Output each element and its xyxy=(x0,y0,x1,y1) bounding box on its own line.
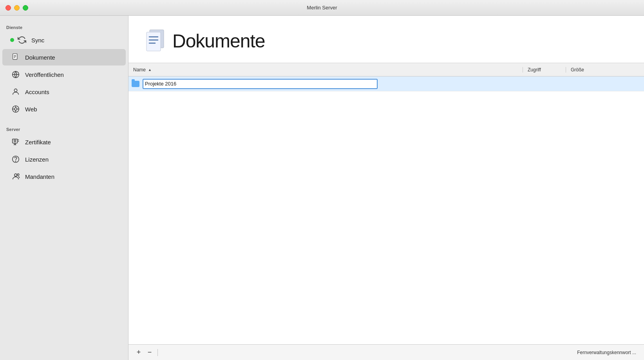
sidebar-item-accounts-label: Accounts xyxy=(25,89,49,95)
publish-icon xyxy=(10,69,21,80)
web-icon xyxy=(10,104,21,115)
sync-status-dot xyxy=(10,38,14,42)
sidebar: Dienste Sync Dokumente xyxy=(0,16,128,360)
table-body xyxy=(128,76,644,344)
svg-point-20 xyxy=(17,174,19,176)
table-header: Name ▲ Zugriff Größe xyxy=(128,63,644,76)
sidebar-item-mandanten-label: Mandanten xyxy=(25,173,54,180)
svg-point-14 xyxy=(14,140,16,142)
dokumente-header-icon xyxy=(141,25,172,56)
title-bar: Merlin Server xyxy=(0,0,644,16)
window-controls[interactable] xyxy=(5,5,28,11)
sidebar-item-lizenzen[interactable]: Lizenzen xyxy=(2,151,126,167)
sidebar-item-dokumente[interactable]: Dokumente xyxy=(2,49,126,65)
section-dienste-label: Dienste xyxy=(0,22,128,31)
sort-arrow-icon: ▲ xyxy=(148,68,152,72)
dokumente-icon xyxy=(10,52,21,63)
sidebar-item-mandanten[interactable]: Mandanten xyxy=(2,168,126,185)
folder-icon xyxy=(132,81,139,87)
sidebar-item-web[interactable]: Web xyxy=(2,101,126,117)
app-body: Dienste Sync Dokumente xyxy=(0,16,644,360)
close-button[interactable] xyxy=(5,5,11,11)
column-header-name[interactable]: Name ▲ xyxy=(128,67,523,73)
window-title: Merlin Server xyxy=(307,5,337,11)
svg-rect-22 xyxy=(147,32,161,51)
column-header-groesse[interactable]: Größe xyxy=(566,67,644,73)
page-title: Dokumente xyxy=(172,30,265,52)
add-button[interactable]: + xyxy=(133,348,144,357)
section-server-label: Server xyxy=(0,124,128,133)
sidebar-item-accounts[interactable]: Accounts xyxy=(2,84,126,100)
fernverwaltung-button[interactable]: Fernverwaltungskennwort ... xyxy=(574,348,639,357)
svg-point-8 xyxy=(14,108,17,110)
svg-point-19 xyxy=(14,174,17,176)
remove-button[interactable]: − xyxy=(144,348,155,357)
sidebar-item-veroffentlichen[interactable]: Veröffentlichen xyxy=(2,66,126,83)
sync-icon xyxy=(16,35,27,45)
main-content: Dokumente Name ▲ Zugriff Größe xyxy=(128,16,644,360)
sidebar-item-zertifikate[interactable]: Zertifikate xyxy=(2,134,126,150)
bottom-toolbar: + − Fernverwaltungskennwort ... xyxy=(128,344,644,360)
sidebar-item-zertifikate-label: Zertifikate xyxy=(25,139,51,145)
table-row[interactable] xyxy=(128,76,644,91)
sidebar-item-dokumente-label: Dokumente xyxy=(25,54,55,61)
row-name-cell xyxy=(128,79,523,89)
mandanten-icon xyxy=(10,171,21,182)
toolbar-divider xyxy=(157,349,158,356)
documents-table: Name ▲ Zugriff Größe xyxy=(128,63,644,344)
certificate-icon xyxy=(10,136,21,147)
column-header-zugriff[interactable]: Zugriff xyxy=(523,67,566,73)
content-header: Dokumente xyxy=(128,16,644,63)
maximize-button[interactable] xyxy=(23,5,28,11)
license-icon xyxy=(10,154,21,165)
row-name-input[interactable] xyxy=(143,79,378,89)
sidebar-item-sync-label: Sync xyxy=(31,37,44,44)
sidebar-item-web-label: Web xyxy=(25,106,37,113)
svg-point-6 xyxy=(14,89,17,92)
sidebar-item-veroffentlichen-label: Veröffentlichen xyxy=(25,71,64,78)
minimize-button[interactable] xyxy=(14,5,20,11)
accounts-icon xyxy=(10,86,21,97)
svg-point-18 xyxy=(15,161,16,161)
sidebar-item-sync[interactable]: Sync xyxy=(2,32,126,48)
sidebar-item-lizenzen-label: Lizenzen xyxy=(25,156,49,163)
